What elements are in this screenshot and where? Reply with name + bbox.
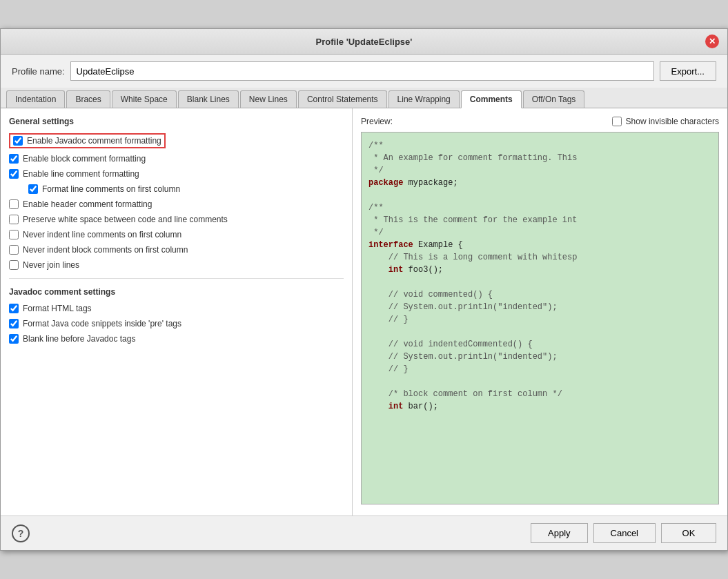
tab-blank-lines[interactable]: Blank Lines <box>178 90 239 108</box>
checkbox-preserve-whitespace: Preserve white space between code and li… <box>9 215 344 224</box>
separator <box>9 278 344 279</box>
dialog-title: Profile 'UpdateEclipse' <box>23 37 705 47</box>
never-indent-block-checkbox[interactable] <box>9 245 19 255</box>
format-first-col-checkbox[interactable] <box>28 184 38 194</box>
footer: ? Apply Cancel OK <box>1 516 727 550</box>
general-settings-title: General settings <box>9 117 344 126</box>
checkbox-enable-javadoc: Enable Javadoc comment formatting <box>9 133 344 148</box>
javadoc-settings-title: Javadoc comment settings <box>9 287 344 297</box>
show-invisible-checkbox[interactable] <box>612 117 622 126</box>
line-comment-label: Enable line comment formatting <box>23 169 139 179</box>
checkbox-blank-line-javadoc: Blank line before Javadoc tags <box>9 334 344 344</box>
blank-line-javadoc-checkbox[interactable] <box>9 334 19 344</box>
checkbox-line-comment: Enable line comment formatting <box>9 169 344 179</box>
format-html-label: Format HTML tags <box>23 304 92 313</box>
header-comment-label: Enable header comment formatting <box>23 199 152 209</box>
checkbox-never-indent-block: Never indent block comments on first col… <box>9 245 344 255</box>
left-panel: General settings Enable Javadoc comment … <box>1 108 353 516</box>
profile-name-input[interactable] <box>70 61 654 81</box>
tab-comments[interactable]: Comments <box>461 90 522 108</box>
checkbox-never-join: Never join lines <box>9 260 344 270</box>
content-area: General settings Enable Javadoc comment … <box>1 108 727 516</box>
enable-javadoc-label: Enable Javadoc comment formatting <box>27 136 161 146</box>
preview-header: Preview: Show invisible characters <box>361 117 719 126</box>
never-join-checkbox[interactable] <box>9 260 19 270</box>
show-invisible-row: Show invisible characters <box>612 117 719 126</box>
preserve-whitespace-checkbox[interactable] <box>9 215 19 224</box>
title-bar: Profile 'UpdateEclipse' ✕ <box>1 29 727 55</box>
checkbox-format-first-col: Format line comments on first column <box>9 184 344 194</box>
never-join-label: Never join lines <box>23 260 79 270</box>
blank-line-javadoc-label: Blank line before Javadoc tags <box>23 334 135 344</box>
header-comment-checkbox[interactable] <box>9 199 19 209</box>
block-comment-checkbox[interactable] <box>9 154 19 164</box>
show-invisible-label: Show invisible characters <box>626 117 719 126</box>
format-java-code-checkbox[interactable] <box>9 319 19 328</box>
export-button[interactable]: Export... <box>660 61 716 81</box>
tab-control-statements[interactable]: Control Statements <box>298 90 387 108</box>
format-first-col-label: Format line comments on first column <box>42 184 180 194</box>
format-java-code-label: Format Java code snippets inside 'pre' t… <box>23 319 181 328</box>
never-indent-line-label: Never indent line comments on first colu… <box>23 230 181 239</box>
tabs-container: Indentation Braces White Space Blank Lin… <box>1 88 727 108</box>
main-dialog: Profile 'UpdateEclipse' ✕ Profile name: … <box>0 28 728 551</box>
tab-braces[interactable]: Braces <box>66 90 110 108</box>
checkbox-format-html: Format HTML tags <box>9 304 344 313</box>
ok-button[interactable]: OK <box>661 523 716 543</box>
tab-white-space[interactable]: White Space <box>112 90 177 108</box>
preview-label: Preview: <box>361 117 393 126</box>
close-button[interactable]: ✕ <box>705 35 719 48</box>
preserve-whitespace-label: Preserve white space between code and li… <box>23 215 228 224</box>
tab-offon-tags[interactable]: Off/On Tags <box>523 90 585 108</box>
profile-name-label: Profile name: <box>12 66 65 77</box>
never-indent-line-checkbox[interactable] <box>9 230 19 239</box>
code-preview: /** * An example for comment formatting.… <box>361 132 719 504</box>
checkbox-format-java-code: Format Java code snippets inside 'pre' t… <box>9 319 344 328</box>
tab-line-wrapping[interactable]: Line Wrapping <box>388 90 460 108</box>
right-panel: Preview: Show invisible characters /** *… <box>353 108 727 516</box>
never-indent-block-label: Never indent block comments on first col… <box>23 245 188 255</box>
cancel-button[interactable]: Cancel <box>593 523 656 543</box>
footer-buttons: Apply Cancel OK <box>531 523 716 543</box>
line-comment-checkbox[interactable] <box>9 169 19 179</box>
help-button[interactable]: ? <box>12 524 30 542</box>
tab-new-lines[interactable]: New Lines <box>240 90 297 108</box>
apply-button[interactable]: Apply <box>531 523 588 543</box>
enable-javadoc-checkbox[interactable] <box>13 136 23 146</box>
checkbox-header-comment: Enable header comment formatting <box>9 199 344 209</box>
tab-indentation[interactable]: Indentation <box>6 90 65 108</box>
highlighted-wrapper: Enable Javadoc comment formatting <box>9 133 166 148</box>
format-html-checkbox[interactable] <box>9 304 19 313</box>
profile-row: Profile name: Export... <box>1 55 727 88</box>
checkbox-block-comment: Enable block comment formatting <box>9 154 344 164</box>
block-comment-label: Enable block comment formatting <box>23 154 146 164</box>
checkbox-never-indent-line: Never indent line comments on first colu… <box>9 230 344 239</box>
